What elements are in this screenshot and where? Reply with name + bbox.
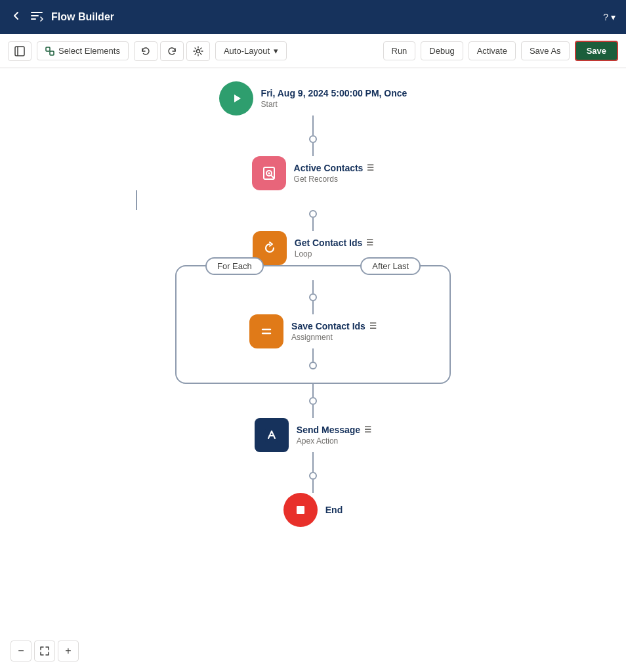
zoom-controls: − + <box>10 640 79 662</box>
debug-button[interactable]: Debug <box>421 41 463 60</box>
zoom-in-button[interactable]: + <box>58 640 79 662</box>
get-records-label: Active Contacts ☰ Get Records <box>294 163 375 184</box>
back-button[interactable] <box>10 10 22 25</box>
top-navigation: Flow Builder ? ▾ <box>0 0 626 34</box>
connector-circle-3 <box>309 293 317 301</box>
settings-button[interactable] <box>186 41 210 61</box>
connector-3 <box>136 190 137 210</box>
connector-8 <box>312 384 314 397</box>
apex-label: Send Message ☰ Apex Action <box>297 425 371 446</box>
connector-6 <box>312 301 314 314</box>
assignment-menu-icon[interactable]: ☰ <box>369 322 377 331</box>
activate-button[interactable]: Activate <box>469 41 516 60</box>
end-icon <box>283 493 318 527</box>
auto-layout-dropdown-icon: ▾ <box>274 46 278 56</box>
loop-menu-icon[interactable]: ☰ <box>366 238 373 247</box>
connector-1 <box>312 116 314 135</box>
save-as-button[interactable]: Save As <box>521 41 570 60</box>
svg-marker-5 <box>234 94 241 102</box>
connector-4 <box>312 218 314 231</box>
help-menu[interactable]: ? ▾ <box>603 12 616 22</box>
for-each-label[interactable]: For Each <box>205 257 264 275</box>
assignment-icon <box>249 314 283 348</box>
run-button[interactable]: Run <box>383 41 416 60</box>
connector-11 <box>312 480 314 493</box>
select-elements-label: Select Elements <box>58 46 120 56</box>
redo-button[interactable] <box>160 41 184 61</box>
assignment-title: Save Contact Ids ☰ <box>291 321 377 331</box>
svg-rect-0 <box>15 47 24 56</box>
loop-title: Get Contact Ids ☰ <box>295 238 373 248</box>
svg-point-4 <box>196 49 199 52</box>
svg-rect-2 <box>46 47 50 51</box>
toolbar: Select Elements Auto-Layout ▾ Run <box>0 34 626 68</box>
connector-circle-1 <box>309 135 317 143</box>
svg-rect-14 <box>297 506 304 514</box>
svg-line-9 <box>271 175 274 178</box>
auto-layout-label: Auto-Layout <box>224 46 270 56</box>
get-records-title: Active Contacts ☰ <box>294 163 375 173</box>
apex-menu-icon[interactable]: ☰ <box>364 425 371 434</box>
connector-7 <box>312 348 314 362</box>
after-last-label[interactable]: After Last <box>360 257 421 275</box>
end-label: End <box>325 505 343 515</box>
svg-rect-3 <box>50 51 54 55</box>
page-title: Flow Builder <box>51 11 114 23</box>
end-node[interactable]: End <box>283 493 343 527</box>
connector-10 <box>312 452 314 472</box>
undo-button[interactable] <box>134 41 157 61</box>
help-dropdown-icon: ▾ <box>611 12 616 22</box>
start-title: Fri, Aug 9, 2024 5:00:00 PM, Once <box>261 88 407 98</box>
connector-circle-5 <box>309 397 317 405</box>
start-subtitle: Start <box>261 100 407 109</box>
get-records-icon <box>252 156 286 190</box>
start-label: Fri, Aug 9, 2024 5:00:00 PM, Once Start <box>261 88 407 109</box>
get-records-menu-icon[interactable]: ☰ <box>367 163 374 173</box>
apex-node[interactable]: Send Message ☰ Apex Action <box>255 418 371 452</box>
connector-circle-2 <box>309 210 317 218</box>
assignment-label: Save Contact Ids ☰ Assignment <box>291 321 377 342</box>
start-icon <box>219 81 253 116</box>
connector-5 <box>312 280 314 293</box>
connector-circle-6 <box>309 472 317 480</box>
auto-layout-button[interactable]: Auto-Layout ▾ <box>215 41 287 60</box>
save-button[interactable]: Save <box>575 41 618 61</box>
help-label: ? <box>603 12 608 22</box>
connector-9 <box>312 405 314 418</box>
toggle-panel-button[interactable] <box>8 41 31 61</box>
connector-2 <box>312 143 314 156</box>
zoom-fit-button[interactable] <box>34 640 55 662</box>
apex-title: Send Message ☰ <box>297 425 371 435</box>
select-elements-button[interactable]: Select Elements <box>37 41 129 60</box>
assignment-node[interactable]: Save Contact Ids ☰ Assignment <box>249 314 377 348</box>
zoom-out-button[interactable]: − <box>10 640 31 662</box>
flow-icon <box>30 9 43 26</box>
get-records-node[interactable]: Active Contacts ☰ Get Records <box>252 156 375 190</box>
svg-point-8 <box>268 173 270 175</box>
flow-canvas[interactable]: Fri, Aug 9, 2024 5:00:00 PM, Once Start <box>0 68 626 672</box>
apex-icon <box>255 418 289 452</box>
connector-circle-4 <box>309 362 317 369</box>
loop-label: Get Contact Ids ☰ Loop <box>295 238 373 259</box>
end-title: End <box>325 505 343 515</box>
start-node[interactable]: Fri, Aug 9, 2024 5:00:00 PM, Once Start <box>219 81 407 116</box>
